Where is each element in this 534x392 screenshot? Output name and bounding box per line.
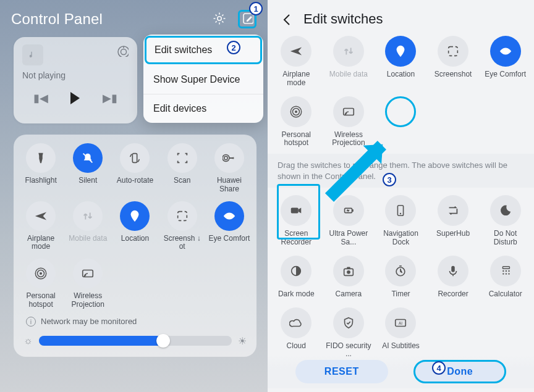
audio-cast-icon[interactable] — [116, 44, 129, 57]
tile-hwshare[interactable]: Huawei Share — [206, 143, 253, 194]
tile-screenshot[interactable]: Screensh ↓ ot — [159, 201, 206, 252]
tile-location[interactable]: Location — [111, 201, 158, 252]
placeholder-circle-icon — [385, 96, 416, 127]
tile-scan[interactable]: Scan — [159, 143, 206, 194]
tile-wproj[interactable]: Wireless Projection — [323, 96, 375, 148]
menu-edit-switches[interactable]: Edit switches — [145, 36, 262, 64]
hotspot-icon — [281, 96, 312, 127]
tile-label: Screenshot — [434, 70, 472, 79]
info-text: Network may be monitored — [41, 317, 137, 326]
step-badge-3: 3 — [383, 173, 396, 186]
tile-cloud[interactable]: Cloud — [270, 307, 323, 359]
tile-navdock[interactable]: Navigation Dock — [375, 195, 427, 247]
tile-dnd[interactable]: Do Not Disturb — [479, 195, 532, 247]
location-icon — [120, 201, 150, 231]
camera-icon — [333, 256, 364, 286]
step-badge-2: 2 — [227, 41, 240, 54]
tile-eyecomfort[interactable]: Eye Comfort — [479, 36, 532, 88]
tile-fido[interactable]: FIDO security ... — [323, 307, 375, 359]
media-next-button[interactable]: ▶▮ — [103, 91, 117, 105]
tile-eyecomfort[interactable]: Eye Comfort — [206, 201, 253, 252]
tile-mobiledata[interactable]: Mobile data — [323, 36, 375, 88]
mobiledata-icon — [333, 36, 364, 67]
brightness-slider[interactable]: ☼ ☀ — [23, 335, 247, 347]
settings-gear-icon[interactable] — [211, 10, 229, 28]
drag-target-slot[interactable] — [375, 96, 427, 148]
tile-airplane[interactable]: Airplane mode — [17, 201, 64, 252]
highlight-screen-recorder — [277, 184, 320, 240]
aisub-icon — [385, 307, 416, 338]
scan-icon — [167, 143, 197, 173]
media-card[interactable]: Not playing ▮◀ ▶▮ — [14, 37, 137, 123]
tile-aisub[interactable]: AI Subtitles — [375, 307, 427, 359]
eyecomfort-icon — [214, 201, 244, 231]
tile-silent[interactable]: Silent — [64, 143, 111, 194]
tile-darkmode[interactable]: Dark mode — [270, 256, 323, 299]
tile-location[interactable]: Location — [375, 36, 427, 88]
navdock-icon — [385, 195, 416, 226]
darkmode-icon — [281, 256, 312, 286]
tile-label: Camera — [336, 290, 362, 299]
menu-edit-devices[interactable]: Edit devices — [143, 94, 263, 123]
tile-label: Airplane mode — [273, 70, 320, 88]
tile-hotspot[interactable]: Personal hotspot — [17, 259, 64, 309]
reset-button[interactable]: RESET — [295, 360, 388, 383]
tile-label: Wireless Projection — [66, 292, 109, 309]
tile-calculator[interactable]: Calculator — [479, 256, 532, 299]
page-title: Edit switches — [303, 11, 383, 27]
music-note-icon — [22, 44, 43, 65]
network-monitored-notice[interactable]: i Network may be monitored — [26, 317, 249, 327]
mobiledata-icon — [73, 201, 103, 231]
tile-label: Dark mode — [278, 290, 315, 299]
tile-label: Airplane mode — [19, 235, 62, 252]
media-prev-button[interactable]: ▮◀ — [33, 91, 48, 105]
step-badge-4: 4 — [432, 361, 446, 375]
cloud-icon — [281, 307, 312, 338]
tile-label: Scan — [174, 177, 190, 185]
quick-tiles-panel: FlashlightSilentAuto-rotateScanHuawei Sh… — [14, 135, 256, 357]
tile-superhub[interactable]: SuperHub — [427, 195, 480, 247]
eyecomfort-icon — [490, 36, 521, 67]
tile-label: Screensh ↓ ot — [161, 235, 204, 252]
tile-label: Recorder — [438, 290, 468, 299]
info-icon: i — [26, 317, 36, 327]
airplane-icon — [26, 201, 56, 231]
dnd-icon — [490, 195, 521, 226]
tile-label: Location — [387, 70, 415, 79]
ultrapower-icon — [333, 195, 364, 226]
tile-flashlight[interactable]: Flashlight — [17, 143, 64, 194]
tile-label: Huawei Share — [208, 177, 251, 194]
tile-ultrapower[interactable]: Ultra Power Sa... — [323, 195, 375, 247]
tile-recorder[interactable]: Recorder — [427, 256, 480, 299]
superhub-icon — [438, 195, 468, 226]
autorotate-icon — [120, 143, 150, 173]
page-title: Control Panel — [11, 10, 103, 28]
tile-autorotate[interactable]: Auto-rotate — [111, 143, 158, 194]
calculator-icon — [490, 256, 521, 286]
flashlight-icon — [26, 143, 56, 173]
screenshot-icon — [438, 36, 468, 67]
back-button[interactable] — [279, 11, 295, 27]
tile-timer[interactable]: Timer — [375, 256, 427, 299]
silent-icon — [73, 143, 103, 173]
tile-wproj[interactable]: Wireless Projection — [64, 259, 111, 309]
tile-label: Location — [121, 235, 149, 243]
tile-label: Personal hotspot — [19, 292, 62, 309]
tile-screenshot[interactable]: Screenshot — [427, 36, 480, 88]
wproj-icon — [333, 96, 364, 127]
tile-label: Calculator — [489, 290, 522, 299]
done-button[interactable]: Done — [413, 360, 506, 383]
brightness-low-icon: ☼ — [23, 335, 33, 346]
tile-label: Mobile data — [329, 70, 368, 79]
tile-hotspot[interactable]: Personal hotspot — [270, 96, 323, 148]
tile-airplane[interactable]: Airplane mode — [270, 36, 323, 88]
airplane-icon — [281, 36, 312, 67]
step-badge-1: 1 — [249, 2, 263, 15]
timer-icon — [385, 256, 416, 286]
tile-label: Eye Comfort — [485, 70, 526, 79]
tile-mobiledata[interactable]: Mobile data — [64, 201, 111, 252]
tile-label: Eye Comfort — [209, 235, 250, 243]
tile-camera[interactable]: Camera — [323, 256, 375, 299]
menu-show-super-device[interactable]: Show Super Device — [143, 65, 263, 94]
media-play-button[interactable] — [70, 92, 80, 104]
